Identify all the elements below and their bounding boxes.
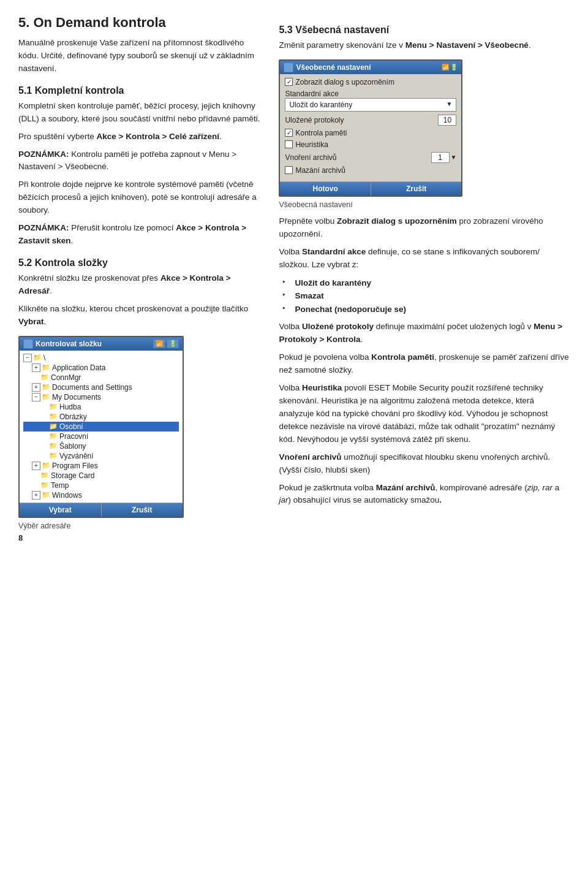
tree-item-programfiles[interactable]: + 📁 Program Files (23, 461, 179, 471)
tree-item-obrazky[interactable]: 📁 Obrázky (23, 412, 179, 422)
sub1-note1: POZNÁMKA: Kontrolu paměti je potřeba zap… (18, 148, 260, 174)
expander-windows[interactable]: + (32, 491, 40, 500)
settings-row-heuristika[interactable]: Heuristika (285, 140, 456, 149)
tree-label-connmgr: ConnMgr (51, 373, 81, 382)
tree-item-temp[interactable]: 📁 Temp (23, 481, 179, 490)
screenshot-left-caption: Výběr adresáře (18, 522, 260, 530)
folder-icon-hudba: 📁 (49, 403, 58, 411)
settings-row-mazani[interactable]: Mazání archivů (285, 166, 456, 175)
tree-item-osobni[interactable]: 📁 Osobní (23, 422, 179, 432)
sub3-title: 5.3 Všebecná nastavení (279, 25, 570, 36)
folder-icon-temp: 📁 (40, 481, 49, 489)
checkbox-heuristika[interactable] (285, 140, 293, 148)
settings-content: ✓ Zobrazit dialog s upozorněním Standard… (280, 74, 461, 181)
checkbox-heuristika-label: Heuristika (295, 140, 328, 149)
folder-icon-obrazky: 📁 (49, 413, 58, 420)
group1-value: Uložit do karantény (289, 101, 352, 109)
checkbox-kontrola[interactable]: ✓ (285, 129, 293, 137)
tree-item-storagecard[interactable]: 📁 Storage Card (23, 471, 179, 481)
tree-item-windows[interactable]: + 📁 Windows (23, 490, 179, 500)
tree-label-mydocs: My Documents (52, 393, 101, 401)
sub2-title: 5.2 Kontrola složky (18, 257, 260, 268)
code-jar: jar (279, 495, 288, 504)
code-zip: zip, rar (527, 483, 552, 492)
checkbox-mazani-label: Mazání archivů (295, 166, 345, 175)
settings-row-vnoreni: Vnoření archivů 1 ▼ (285, 152, 456, 163)
tree-item-pracovni[interactable]: 📁 Pracovní (23, 432, 179, 441)
tree-item-docs[interactable]: + 📁 Documents and Settings (23, 382, 179, 392)
tree-item-vyzvaneni[interactable]: 📁 Vyzvánění (23, 451, 179, 461)
bullet-item-3: Ponechat (nedoporučuje se) (288, 303, 570, 316)
sub1-text2: Pro spuštění vyberte Akce > Kontrola > C… (18, 131, 260, 143)
vnoreni-value[interactable]: 1 (431, 152, 450, 163)
checkbox-dialog[interactable]: ✓ (285, 78, 293, 86)
win-icon-settings (284, 63, 293, 72)
btn-vybrat[interactable]: Vybrat (20, 503, 102, 517)
bullet-item-1: Uložit do karantény (288, 276, 570, 290)
tree-label-pracovni: Pracovní (59, 432, 88, 441)
sub3-para5: Volba Heuristika povolí ESET Mobile Secu… (279, 382, 570, 446)
dropdown-arrow1: ▼ (447, 101, 453, 107)
icon-battery: 🔋 (167, 339, 179, 348)
settings-row-kontrola[interactable]: ✓ Kontrola paměti (285, 129, 456, 137)
folder-icon-vyzvaneni: 📁 (49, 452, 58, 460)
sub3-text1: Změnit parametry skenování lze v Menu > … (279, 39, 570, 52)
titlebar-icons: 📶 🔋 (153, 339, 179, 348)
intro-text: Manuálně proskenuje Vaše zařízení na pří… (18, 37, 260, 75)
bullet-item-2: Smazat (288, 289, 570, 303)
tree-label-appdata: Application Data (52, 363, 105, 372)
settings-row-checkbox1[interactable]: ✓ Zobrazit dialog s upozorněním (285, 78, 456, 86)
windows-icon (23, 339, 33, 349)
folder-icon-appdata: 📁 (42, 363, 50, 371)
settings-titlebar-icons: 📶 🔋 (442, 64, 458, 70)
checkbox-mazani[interactable] (285, 166, 293, 174)
folder-icon-osobni: 📁 (49, 422, 58, 430)
tree-label-storagecard: Storage Card (51, 471, 94, 480)
folder-icon-storagecard: 📁 (40, 471, 49, 479)
tree-item-hudba[interactable]: 📁 Hudba (23, 402, 179, 412)
expander-root[interactable]: − (23, 354, 32, 362)
screenshot-right-caption: Všeobecná nastavení (279, 200, 570, 209)
tree-label-docs: Documents and Settings (52, 383, 132, 392)
folder-icon-connmgr: 📁 (40, 373, 49, 381)
folder-icon-mydocs: 📁 (42, 393, 50, 401)
group1-select[interactable]: Uložit do karantény ▼ (285, 98, 456, 112)
tree-item-root[interactable]: − 📁 \ (23, 353, 179, 363)
btn-zrusit[interactable]: Zrušit (102, 503, 183, 517)
screenshot-settings: Všeobecné nastavení 📶 🔋 ✓ Zobrazit dialo… (279, 59, 462, 197)
checkbox-dialog-label: Zobrazit dialog s upozorněním (295, 78, 394, 86)
btn-zrusit-settings[interactable]: Zrušit (371, 182, 462, 196)
tree-label-windows: Windows (52, 491, 82, 500)
tree-item-mydocs[interactable]: − 📁 My Documents (23, 392, 179, 402)
page-number: 8 (18, 533, 23, 542)
tree-label-obrazky: Obrázky (59, 413, 87, 421)
tree-item-appdata[interactable]: + 📁 Application Data (23, 363, 179, 373)
tree-label-programfiles: Program Files (52, 462, 98, 470)
btn-hotovo[interactable]: Hotovo (280, 182, 371, 196)
sub3-para4: Pokud je povolena volba Kontrola paměti,… (279, 351, 570, 377)
screenshot-title: Kontrolovat složku (36, 340, 102, 348)
sub1-text1: Kompletní sken kontroluje paměť, běžící … (18, 100, 260, 126)
expander-mydocs[interactable]: − (32, 393, 40, 401)
tree-label-vyzvaneni: Vyzvánění (59, 452, 94, 460)
settings-title: Všeobecné nastavení (296, 63, 371, 72)
expander-docs[interactable]: + (32, 383, 40, 392)
icon-signal: 📶 (442, 64, 449, 70)
dropdown-arrow2: ▼ (451, 154, 457, 161)
expander-programfiles[interactable]: + (32, 462, 40, 470)
folder-icon-root: 📁 (33, 354, 42, 362)
sub1-note2: POZNÁMKA: Přerušit kontrolu lze pomocí A… (18, 222, 260, 248)
sub2-text2: Klikněte na složku, kterou chcet prosken… (18, 303, 260, 329)
tree-item-sablony[interactable]: 📁 Šablony (23, 441, 179, 451)
expander-appdata[interactable]: + (32, 363, 40, 372)
settings-titlebar: Všeobecné nastavení 📶 🔋 (280, 61, 461, 74)
protokoly-value[interactable]: 10 (438, 115, 456, 126)
checkbox-kontrola-label: Kontrola paměti (295, 129, 347, 137)
vnoreni-label: Vnoření archivů (285, 153, 336, 162)
icon-antenna: 📶 (153, 339, 165, 348)
sub3-para3: Volba Uložené protokoly definuje maximál… (279, 321, 570, 346)
bullet-list: Uložit do karantény Smazat Ponechat (ned… (288, 276, 570, 316)
titlebar-left: Kontrolovat složku (23, 339, 102, 349)
file-tree[interactable]: − 📁 \ + 📁 Application Data 📁 ConnMgr (20, 351, 183, 503)
tree-item-connmgr[interactable]: 📁 ConnMgr (23, 373, 179, 382)
